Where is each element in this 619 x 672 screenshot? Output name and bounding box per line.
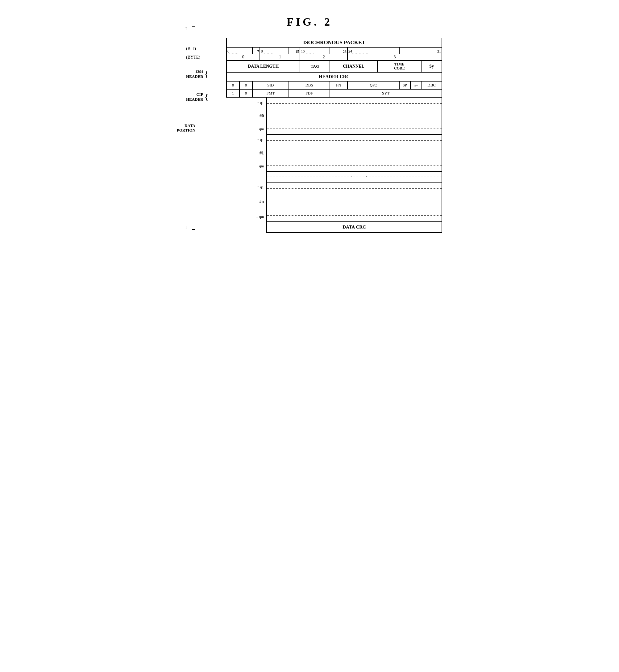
dots-area: · · · bbox=[266, 172, 442, 182]
data-portion-arrow-down: ↓ bbox=[185, 225, 187, 230]
q1-dashed-line-1 bbox=[267, 140, 441, 141]
cip-row-2: 1 0 FMT FDF SYT bbox=[226, 89, 442, 97]
q1-dashed-line-n bbox=[267, 188, 441, 189]
main-content: ISOCHRONOUS PACKET 0. . . . . . . 7 8. .… bbox=[226, 38, 442, 233]
section-0-label: #0 bbox=[260, 114, 264, 119]
dots-dashed bbox=[267, 177, 441, 177]
data-crc-row: DATA CRC bbox=[226, 222, 442, 233]
qm-dashed-line-0 bbox=[267, 128, 441, 128]
header-brace: { bbox=[205, 62, 209, 86]
packet-title: ISOCHRONOUS PACKET bbox=[226, 38, 442, 47]
data-area-0 bbox=[266, 98, 442, 135]
dots-row: · · · bbox=[226, 172, 442, 182]
data-portion-left-annot: ↑ q1 #0 ↓ qm bbox=[226, 98, 266, 135]
q1-label-n: ↑ q1 bbox=[257, 185, 264, 190]
page: FIG. 2 (BIT) (BYTE) 1394HEADER { CIPHEAD… bbox=[170, 6, 449, 241]
data-section-0: ↑ q1 #0 ↓ qm bbox=[226, 98, 442, 135]
section-n-label: #n bbox=[259, 199, 264, 204]
qm-dashed-line-1 bbox=[267, 165, 441, 166]
data-portion-brace-line bbox=[192, 26, 195, 230]
qm-dashed-line-n bbox=[267, 215, 441, 216]
q1-label-1: ↑ q1 bbox=[257, 138, 264, 142]
byte-row: 0 1 2 3 bbox=[226, 54, 442, 61]
header-row-1: DATA LENGTH TAG CHANNEL TIMECODE Sy bbox=[226, 61, 442, 72]
bit-indicator-row: 0. . . . . . . 7 8. . . . . . . . 15 16.… bbox=[226, 47, 442, 54]
figure-title: FIG. 2 bbox=[177, 15, 442, 28]
qm-label-1: ↓ qm bbox=[256, 164, 264, 169]
qm-label-n: ↓ qm bbox=[256, 214, 264, 219]
data-section-n: ↑ q1 #n ↓ qm bbox=[226, 182, 442, 222]
data-portion-outer-label: ↑ DATAPORTION ↓ bbox=[177, 24, 195, 231]
data-section-1: ↑ q1 #1 ↓ qm bbox=[226, 135, 442, 172]
data-crc-label: DATA CRC bbox=[266, 222, 442, 233]
data-area-1 bbox=[266, 135, 442, 172]
cip-brace: { bbox=[205, 86, 208, 108]
q1-dashed-line-0 bbox=[267, 103, 441, 104]
q1-label-0: ↑ q1 bbox=[257, 101, 264, 105]
data-portion-arrow-up: ↑ bbox=[185, 26, 187, 31]
cip-row-1: 0 0 SID DBS FN QPC SP rsv DBC bbox=[226, 81, 442, 89]
section-1-label: #1 bbox=[260, 151, 264, 156]
packet-table: ISOCHRONOUS PACKET 0. . . . . . . 7 8. .… bbox=[226, 38, 442, 98]
qm-label-0: ↓ qm bbox=[256, 127, 264, 132]
header-row-2: HEADER CRC bbox=[226, 72, 442, 81]
data-area-n bbox=[266, 182, 442, 222]
